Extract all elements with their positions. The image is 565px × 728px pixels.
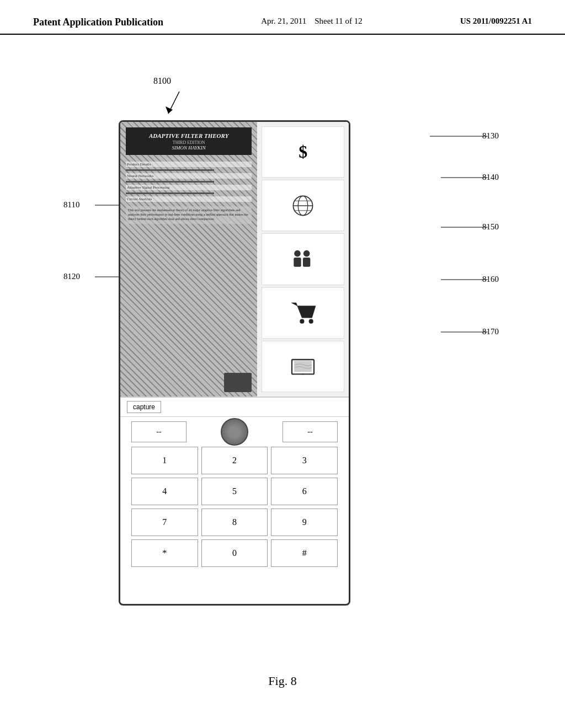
book-title: ADAPTIVE FILTER THEORY — [130, 132, 247, 140]
detail-line-1 — [126, 169, 214, 171]
line-8130 — [430, 136, 491, 137]
svg-point-9 — [303, 250, 310, 257]
globe-icon-cell[interactable] — [262, 180, 344, 231]
key-7[interactable]: 7 — [131, 508, 198, 536]
device-screen: ADAPTIVE FILTER THEORY THIRD EDITION SIM… — [120, 122, 349, 398]
dollar-icon: $ — [299, 142, 307, 162]
key-star[interactable]: * — [131, 539, 198, 567]
drawing-area: 8100 ADAPTIVE FILTER THEORY THIRD EDITIO… — [0, 35, 565, 719]
detail-3: Adaptive Signal Processing — [126, 185, 252, 190]
key-3[interactable]: 3 — [271, 447, 338, 474]
svg-point-13 — [309, 319, 313, 323]
key-4[interactable]: 4 — [131, 478, 198, 505]
key-hash[interactable]: # — [271, 539, 338, 567]
publication-date-sheet: Apr. 21, 2011 Sheet 11 of 12 — [261, 17, 362, 26]
detail-2: Neural Networks — [126, 173, 252, 179]
cart-icon — [289, 301, 317, 325]
book-cover-area: ADAPTIVE FILTER THEORY THIRD EDITION SIM… — [120, 122, 257, 397]
svg-rect-10 — [303, 258, 310, 267]
book-author: SIMON HAYKIN — [130, 145, 247, 151]
people-icon-cell[interactable] — [262, 233, 344, 285]
line-8140 — [441, 177, 491, 178]
device-frame: ADAPTIVE FILTER THEORY THIRD EDITION SIM… — [119, 120, 350, 606]
line-8110 — [95, 205, 121, 206]
book-image — [224, 373, 252, 392]
svg-point-7 — [294, 250, 301, 257]
book-edition: THIRD EDITION — [130, 140, 247, 145]
book-title-box: ADAPTIVE FILTER THEORY THIRD EDITION SIM… — [126, 127, 252, 155]
detail-1: Product Details — [126, 162, 252, 167]
cart-icon-cell[interactable] — [262, 287, 344, 339]
capture-button[interactable]: capture — [127, 401, 161, 413]
people-icon — [289, 248, 317, 270]
key-8[interactable]: 8 — [201, 508, 268, 536]
globe-icon — [291, 194, 315, 218]
line-8160 — [441, 279, 491, 280]
key-5[interactable]: 5 — [201, 478, 268, 505]
nav-right-key[interactable]: -- — [282, 421, 338, 442]
line-8170 — [441, 331, 491, 333]
tv-icon-cell[interactable] — [262, 341, 344, 392]
nav-left-key[interactable]: -- — [131, 421, 186, 442]
line-8120 — [95, 276, 121, 277]
label-8110: 8110 — [63, 200, 79, 210]
figure-label: Fig. 8 — [268, 674, 296, 688]
svg-marker-11 — [292, 303, 316, 318]
svg-rect-8 — [294, 258, 301, 267]
key-9[interactable]: 9 — [271, 508, 338, 536]
key-2[interactable]: 2 — [201, 447, 268, 474]
detail-4: Circuit Analysis — [126, 196, 252, 202]
dollar-icon-cell[interactable]: $ — [262, 126, 344, 178]
book-details: Product Details Neural Networks Adaptive… — [126, 162, 252, 202]
book-description: This text presents the mathematical theo… — [126, 206, 252, 223]
icon-panel: $ — [257, 122, 349, 397]
detail-line-3 — [126, 192, 214, 194]
keypad: -- -- 1 2 3 4 5 6 7 8 9 * 0 # — [120, 417, 349, 571]
nav-center — [207, 421, 262, 442]
arrow-8100 — [163, 89, 196, 122]
joystick[interactable] — [221, 418, 248, 446]
key-6[interactable]: 6 — [271, 478, 338, 505]
svg-rect-15 — [294, 361, 312, 372]
key-0[interactable]: 0 — [201, 539, 268, 567]
publication-number: US 2011/0092251 A1 — [460, 17, 532, 26]
line-8150 — [441, 227, 491, 228]
publication-title: Patent Application Publication — [33, 17, 163, 28]
tv-icon — [289, 355, 317, 377]
patent-header: Patent Application Publication Apr. 21, … — [0, 0, 565, 35]
key-grid: 1 2 3 4 5 6 7 8 9 * 0 # — [131, 447, 338, 567]
nav-row: -- -- — [131, 421, 338, 442]
label-8100: 8100 — [153, 76, 171, 86]
label-8120: 8120 — [63, 272, 80, 281]
detail-line-2 — [126, 181, 214, 183]
key-1[interactable]: 1 — [131, 447, 198, 474]
capture-bar: capture — [120, 398, 349, 417]
svg-point-12 — [300, 319, 304, 323]
